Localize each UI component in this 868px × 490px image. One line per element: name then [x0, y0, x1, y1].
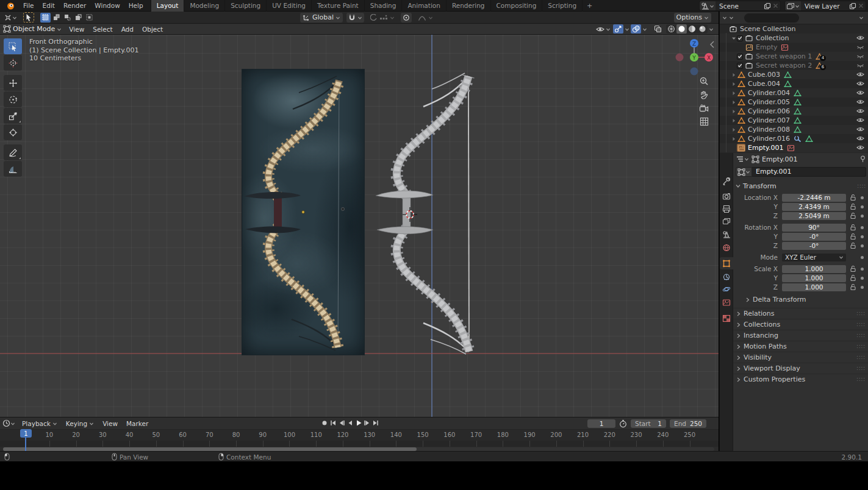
properties-tab-object[interactable]	[720, 257, 733, 269]
outliner-item-label[interactable]: Collection	[756, 34, 789, 42]
animate-decorator[interactable]	[861, 277, 864, 280]
properties-tab-texture[interactable]	[720, 312, 733, 324]
animate-decorator[interactable]	[861, 226, 864, 229]
options-button[interactable]: Options	[674, 13, 711, 23]
outliner-item-label[interactable]: Cylinder.004	[748, 89, 790, 97]
panel-motion-paths[interactable]: Motion Paths::::	[733, 341, 868, 352]
outliner-row[interactable]: Cylinder.005	[720, 98, 868, 107]
outliner-row[interactable]: Empty	[720, 43, 868, 52]
transform-field[interactable]: 2.5049 m	[782, 212, 846, 220]
outliner-row[interactable]: Cylinder.008	[720, 125, 868, 134]
animate-decorator[interactable]	[861, 256, 864, 259]
play-reverse-button[interactable]	[346, 419, 354, 427]
properties-tab-render[interactable]	[720, 190, 733, 202]
expander-icon[interactable]	[731, 127, 737, 132]
playhead[interactable]	[25, 436, 26, 452]
properties-tab-physics[interactable]	[720, 283, 733, 295]
animate-decorator[interactable]	[861, 244, 864, 247]
outliner-row[interactable]: Secret weapon 14	[720, 52, 868, 61]
outliner-item-label[interactable]: Cylinder.006	[748, 107, 790, 115]
camera-button[interactable]	[699, 104, 709, 113]
hand-button[interactable]	[699, 90, 709, 100]
panel-viewport-display[interactable]: Viewport Display::::	[733, 363, 868, 374]
panel-collections[interactable]: Collections::::	[733, 319, 868, 330]
timeline-editor-type[interactable]	[0, 419, 18, 427]
new-scene-icon[interactable]	[764, 2, 771, 10]
eye-open-icon[interactable]	[856, 90, 864, 96]
outliner-row[interactable]: Empty.001	[720, 143, 868, 152]
outliner-item-label[interactable]: Empty	[756, 43, 777, 51]
animate-decorator[interactable]	[861, 215, 864, 218]
proportional-edit-toggle[interactable]	[401, 13, 412, 23]
transform-orientation-dropdown[interactable]: Global	[300, 13, 343, 23]
eye-open-icon[interactable]	[856, 108, 864, 114]
tool-rotate[interactable]	[4, 91, 22, 107]
reference-image[interactable]	[242, 69, 365, 355]
collection-checkbox[interactable]	[737, 63, 743, 69]
properties-tab-viewlayer[interactable]	[720, 215, 733, 227]
viewport-menu-select[interactable]: Select	[88, 26, 117, 33]
tool-annotate[interactable]	[4, 144, 22, 160]
eye-open-icon[interactable]	[856, 35, 864, 41]
workspace-tab-shading[interactable]: Shading	[365, 0, 403, 12]
outliner-row[interactable]: Cylinder.016	[720, 134, 868, 143]
current-frame-field[interactable]: 1	[587, 419, 615, 428]
scene-selector[interactable]: Scene	[699, 1, 781, 11]
timeline-menu-view[interactable]: View	[98, 420, 122, 427]
outliner-filter-button[interactable]	[859, 15, 864, 20]
viewport-3d[interactable]: Front Orthographic (1) Scene Collection …	[0, 35, 719, 417]
lock-icon[interactable]	[848, 203, 858, 210]
expander-icon[interactable]	[731, 82, 737, 87]
outliner-item-label[interactable]: Cube.004	[748, 80, 780, 88]
properties-tab-tool[interactable]	[720, 175, 733, 187]
object-id-button[interactable]	[736, 167, 752, 177]
panel-relations[interactable]: Relations::::	[733, 308, 868, 319]
animate-decorator[interactable]	[861, 268, 864, 271]
editor-type-button[interactable]	[0, 13, 20, 22]
tool-move[interactable]	[4, 75, 22, 91]
play-button[interactable]	[354, 419, 362, 427]
transform-field[interactable]: -0°	[782, 242, 846, 250]
properties-editor-type[interactable]	[736, 155, 749, 163]
overlays-toggle[interactable]	[631, 24, 641, 34]
workspace-tab-scripting[interactable]: Scripting	[542, 0, 583, 12]
lock-icon[interactable]	[848, 224, 858, 231]
shading-material-button[interactable]	[687, 24, 697, 34]
workspace-tab-uv-editing[interactable]: UV Editing	[267, 0, 312, 12]
frame-end-field[interactable]: End250	[670, 419, 706, 428]
lock-icon[interactable]	[848, 283, 858, 291]
workspace-tab-rendering[interactable]: Rendering	[447, 0, 491, 12]
select-mode-5[interactable]	[84, 13, 95, 23]
outliner-item-label[interactable]: Cylinder.016	[748, 135, 790, 143]
expander-icon[interactable]	[731, 137, 737, 141]
transform-panel-header[interactable]: Transform ::::	[733, 181, 868, 191]
expander-icon[interactable]	[731, 36, 737, 41]
collapse-arrow-icon[interactable]	[709, 41, 716, 48]
close-scene-icon[interactable]	[773, 3, 778, 9]
tool-cursor[interactable]	[4, 55, 22, 71]
tool-measure[interactable]	[4, 161, 22, 177]
panel-visibility[interactable]: Visibility::::	[733, 352, 868, 363]
falloff-dropdown[interactable]	[415, 13, 436, 23]
eye-open-icon[interactable]	[856, 71, 864, 77]
viewport-menu-add[interactable]: Add	[117, 26, 138, 33]
transform-field[interactable]: 1.000	[782, 274, 846, 282]
outliner-row[interactable]: Cube.004	[720, 79, 868, 88]
eye-open-icon[interactable]	[856, 126, 864, 132]
eye-open-icon[interactable]	[856, 99, 864, 105]
workspace-tab-compositing[interactable]: Compositing	[491, 0, 543, 12]
outliner-row[interactable]: Secret weapon 26	[720, 61, 868, 70]
jump-end-button[interactable]	[371, 419, 379, 427]
outliner-item-label[interactable]: Empty.001	[748, 144, 783, 152]
outliner-row[interactable]: Cylinder.007	[720, 116, 868, 125]
tool-transform[interactable]	[4, 124, 22, 140]
expander-icon[interactable]	[731, 100, 737, 105]
lock-icon[interactable]	[848, 212, 858, 219]
properties-tab-scene[interactable]	[720, 228, 733, 240]
tool-select-box[interactable]	[4, 38, 22, 54]
close-view-layer-icon[interactable]	[858, 3, 864, 9]
outliner-item-label[interactable]: Cube.003	[748, 71, 780, 79]
animate-decorator[interactable]	[861, 196, 864, 199]
snap-target-dropdown[interactable]	[368, 13, 397, 23]
lock-icon[interactable]	[848, 265, 858, 272]
